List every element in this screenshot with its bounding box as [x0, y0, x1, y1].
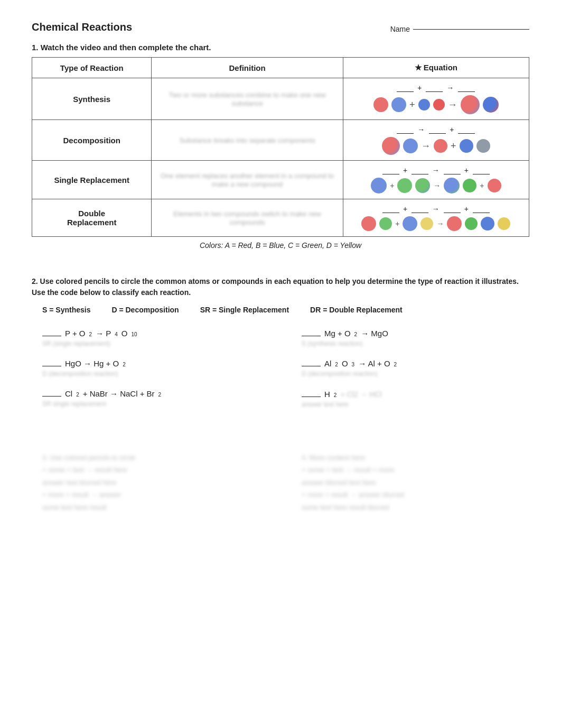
- eq1-answer: SR (single replacement): [42, 340, 270, 347]
- dot-gray-d: [476, 139, 490, 153]
- equations-grid: P + O2 → P4O10 SR (single replacement) M…: [32, 329, 529, 420]
- eq6-answer: answer text here: [302, 401, 529, 408]
- bottom-block-1: 3. Use colored pencils to circle + some …: [42, 451, 270, 513]
- type-decomposition: Decomposition: [32, 120, 152, 161]
- eq1-blank[interactable]: [42, 336, 61, 336]
- bottom-section: 3. Use colored pencils to circle + some …: [32, 451, 529, 513]
- dot-green-sr1: [397, 178, 412, 193]
- legend-decomposition: D = Decomposition: [111, 306, 179, 314]
- eq3-blank[interactable]: [42, 396, 61, 397]
- equation-4: Mg + O2 → MgO S (synthesis reaction): [302, 329, 529, 347]
- equation-2: HgO → Hg + O2 D (decomposition reaction): [42, 359, 270, 377]
- eq6-rest: + Cl2 → HCl: [340, 390, 381, 399]
- dot-red-sr: [488, 179, 501, 192]
- dot-blue-d2: [460, 139, 473, 153]
- dot-combined-2: [483, 97, 499, 113]
- section2-label: 2. Use colored pencils to circle the com…: [32, 276, 529, 298]
- dot-blue-sr: [371, 178, 387, 193]
- def-decomposition: Substance breaks into separate component…: [152, 120, 343, 161]
- legend-row: S = Synthesis D = Decomposition SR = Sin…: [32, 306, 529, 314]
- equation-1: P + O2 → P4O10 SR (single replacement): [42, 329, 270, 347]
- dot-green-dr2: [465, 217, 478, 230]
- eq3-answer: SR single replacement: [42, 400, 270, 408]
- reaction-table: Type of Reaction Definition ★ Equation S…: [32, 57, 529, 237]
- dot-blue-dr1: [403, 216, 417, 231]
- eq5-answer: D (decomposition reaction): [302, 370, 529, 377]
- eq2-blank[interactable]: [42, 366, 61, 366]
- col-header-eq: ★ Equation: [343, 58, 529, 78]
- eq-sr-dots: + → +: [351, 178, 521, 193]
- eq2-answer: D (decomposition reaction): [42, 370, 270, 377]
- eq-synthesis-formula: + →: [351, 84, 521, 92]
- def-single-replacement: One element replaces another element in …: [152, 161, 343, 199]
- page-header: Chemical Reactions Name: [32, 21, 529, 33]
- colors-note: Colors: A = Red, B = Blue, C = Green, D …: [32, 241, 529, 250]
- col-header-type: Type of Reaction: [32, 58, 152, 78]
- legend-synthesis: S = Synthesis: [42, 306, 90, 314]
- dot-blue-1: [391, 97, 406, 112]
- type-double-replacement: DoubleReplacement: [32, 199, 152, 237]
- dot-yellow-dr2: [498, 217, 510, 230]
- eq-decomposition-dots: → +: [351, 137, 521, 155]
- legend-single-replacement: SR = Single Replacement: [200, 306, 289, 314]
- def-synthesis: Two or more substances combine to make o…: [152, 78, 343, 120]
- table-row: Synthesis Two or more substances combine…: [32, 78, 529, 120]
- table-row: DoubleReplacement Elements in two compou…: [32, 199, 529, 237]
- eq1-main: P + O2 → P4O10: [42, 329, 270, 338]
- type-synthesis: Synthesis: [32, 78, 152, 120]
- eq-synthesis: + → + →: [343, 78, 529, 120]
- equation-3: Cl2 + NaBr → NaCl + Br2 SR single replac…: [42, 389, 270, 408]
- eq-decomposition: → + → +: [343, 120, 529, 161]
- dot-blue-green-sr: [444, 178, 460, 193]
- name-label: Name: [390, 25, 410, 33]
- table-row: Decomposition Substance breaks into sepa…: [32, 120, 529, 161]
- dot-blue-2: [418, 99, 430, 110]
- dot-green-blue-sr: [415, 178, 430, 193]
- eq-dr-dots: + →: [351, 216, 521, 231]
- bottom-block-2: 4. More content here + some + text → res…: [302, 451, 529, 513]
- eq3-main: Cl2 + NaBr → NaCl + Br2: [42, 389, 270, 398]
- eq4-main: Mg + O2 → MgO: [302, 329, 529, 338]
- equation-6: H2 + Cl2 → HCl answer text here: [302, 389, 529, 408]
- page-title: Chemical Reactions: [32, 21, 132, 33]
- dot-blue-dr2: [481, 217, 494, 231]
- eq4-answer: S (synthesis reaction): [302, 340, 529, 347]
- eq-sr-formula: + → +: [351, 166, 521, 174]
- eq-synthesis-dots: + →: [351, 95, 521, 114]
- dot-blue-d: [403, 139, 418, 153]
- eq-decomposition-formula: → +: [351, 125, 521, 134]
- eq6-main: H2 + Cl2 → HCl: [302, 389, 529, 399]
- dot-red-1: [373, 97, 388, 112]
- name-underline[interactable]: [413, 29, 529, 30]
- legend-double-replacement: DR = Double Replacement: [310, 306, 403, 314]
- eq-dr-formula: + → +: [351, 205, 521, 213]
- dot-combined: [461, 95, 480, 114]
- dot-red-dr2: [447, 216, 462, 231]
- equation-5: Al2O3 → Al + O2 D (decomposition reactio…: [302, 359, 529, 377]
- def-double-replacement: Elements in two compounds switch to make…: [152, 199, 343, 237]
- dot-green-sr2: [463, 179, 476, 192]
- dot-red-dr1: [361, 216, 376, 231]
- section1-label: 1. Watch the video and then complete the…: [32, 43, 529, 52]
- eq-double-replacement: + → + + →: [343, 199, 529, 237]
- eq5-blank[interactable]: [302, 366, 321, 366]
- type-single-replacement: Single Replacement: [32, 161, 152, 199]
- name-field-area: Name: [390, 25, 529, 33]
- dot-red-2: [433, 99, 445, 110]
- dot-yellow-dr1: [420, 217, 433, 230]
- dot-red-d: [434, 139, 447, 153]
- eq4-blank[interactable]: [302, 336, 321, 336]
- eq2-main: HgO → Hg + O2: [42, 359, 270, 368]
- eq5-main: Al2O3 → Al + O2: [302, 359, 529, 368]
- dot-green-dr1: [379, 217, 392, 230]
- eq-single-replacement: + → + + → +: [343, 161, 529, 199]
- eq6-blank[interactable]: [302, 397, 321, 397]
- dot-combined-d: [382, 137, 400, 155]
- table-row: Single Replacement One element replaces …: [32, 161, 529, 199]
- col-header-def: Definition: [152, 58, 343, 78]
